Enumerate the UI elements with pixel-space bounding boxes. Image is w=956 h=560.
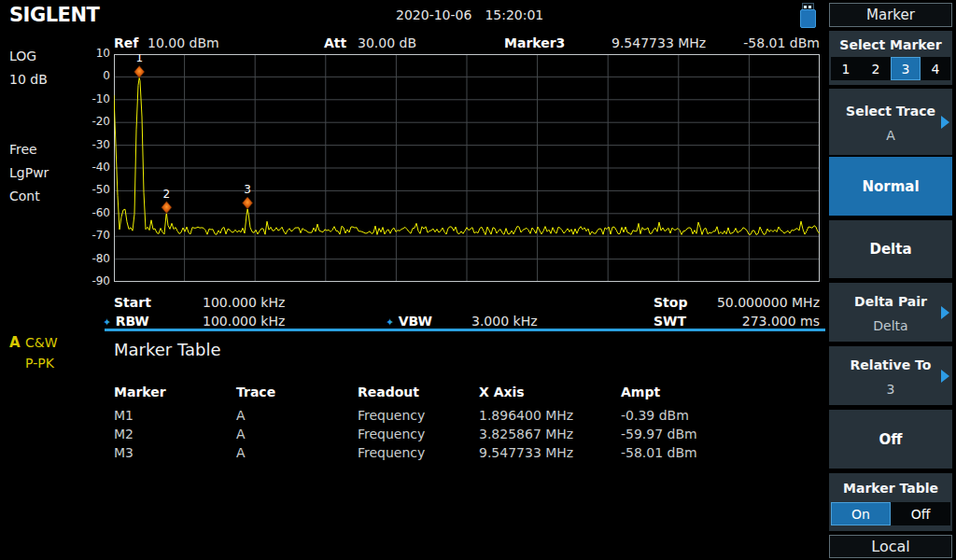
section-divider bbox=[105, 329, 825, 331]
delta-softkey[interactable]: Delta bbox=[829, 220, 952, 278]
softkey-menu: Marker Select Marker 1234 Select Trace A… bbox=[827, 0, 956, 560]
siglent-logo: SIGLENT bbox=[9, 4, 99, 26]
trace-a-label: A bbox=[9, 334, 21, 351]
submenu-arrow-icon bbox=[941, 370, 949, 383]
active-marker-amplitude: -58.01 dBm bbox=[743, 35, 820, 50]
table-cell: 3.825867 MHz bbox=[479, 427, 573, 441]
delta-pair-label: Delta Pair bbox=[829, 294, 952, 309]
column-header: Marker bbox=[114, 385, 166, 399]
submenu-arrow-icon bbox=[941, 116, 949, 129]
relative-to-label: Relative To bbox=[829, 357, 952, 372]
ref-level-label: Ref bbox=[114, 35, 138, 50]
select-trace-softkey[interactable]: Select Trace A bbox=[829, 89, 952, 155]
stop-freq-label: Stop bbox=[654, 295, 687, 310]
table-cell: A bbox=[236, 445, 246, 460]
marker-3-diamond-icon bbox=[243, 197, 253, 209]
marker-table-softkey[interactable]: Marker Table OnOff bbox=[829, 473, 952, 531]
svg-text:1: 1 bbox=[135, 54, 143, 64]
marker-table-segment-off[interactable]: Off bbox=[891, 502, 950, 525]
y-tick-label: -30 bbox=[73, 138, 110, 151]
rbw-coupled-icon: ✦ bbox=[103, 316, 111, 329]
marker-segment-2[interactable]: 2 bbox=[861, 57, 891, 80]
marker-off-softkey[interactable]: Off bbox=[829, 410, 952, 469]
table-cell: Frequency bbox=[358, 445, 425, 460]
y-tick-label: -50 bbox=[73, 183, 110, 196]
swt-label: SWT bbox=[654, 314, 686, 329]
y-tick-label: -40 bbox=[73, 161, 110, 174]
select-marker-label: Select Marker bbox=[829, 37, 952, 52]
relative-to-value: 3 bbox=[829, 382, 952, 397]
marker-table-toggle-label: Marker Table bbox=[829, 481, 952, 496]
table-cell: M1 bbox=[114, 408, 134, 423]
table-row: M1AFrequency1.896400 MHz-0.39 dBm bbox=[114, 408, 823, 427]
table-cell: Frequency bbox=[358, 427, 425, 441]
spectrum-plot: 123 bbox=[114, 54, 820, 282]
menu-title: Marker bbox=[829, 3, 952, 27]
active-marker-frequency: 9.547733 MHz bbox=[612, 35, 706, 50]
local-button[interactable]: Local bbox=[829, 535, 952, 558]
y-tick-label: -20 bbox=[73, 115, 110, 128]
y-tick-label: 10 bbox=[73, 47, 110, 60]
datetime: 2020-10-0615:20:01 bbox=[396, 7, 556, 22]
swt-value: 273.000 ms bbox=[742, 314, 820, 329]
table-cell: Frequency bbox=[358, 408, 425, 423]
marker-table-rows: M1AFrequency1.896400 MHz-0.39 dBmM2AFreq… bbox=[114, 408, 823, 464]
delta-pair-softkey[interactable]: Delta Pair Delta bbox=[829, 283, 952, 342]
y-tick-label: -90 bbox=[73, 274, 110, 287]
y-tick-label: -70 bbox=[73, 229, 110, 242]
table-cell: 1.896400 MHz bbox=[479, 408, 573, 423]
marker-segment-4[interactable]: 4 bbox=[921, 57, 950, 80]
table-cell: A bbox=[236, 427, 246, 441]
trace-a-mode: C&W bbox=[25, 335, 58, 350]
vbw-label: VBW bbox=[399, 314, 432, 329]
date-text: 2020-10-06 bbox=[396, 7, 471, 22]
y-tick-label: 0 bbox=[73, 69, 110, 82]
relative-to-softkey[interactable]: Relative To 3 bbox=[829, 346, 952, 405]
delta-label: Delta bbox=[869, 241, 911, 258]
spectrum-analyzer-screen: SIGLENT 2020-10-0615:20:01 LOG 10 dB Fre… bbox=[0, 0, 956, 560]
table-row: M3AFrequency9.547733 MHz-58.01 dBm bbox=[114, 445, 823, 464]
column-header: Trace bbox=[236, 385, 275, 399]
attenuation-label: Att bbox=[324, 35, 346, 50]
table-row: M2AFrequency3.825867 MHz-59.97 dBm bbox=[114, 427, 823, 445]
submenu-arrow-icon bbox=[941, 306, 949, 319]
y-tick-label: -80 bbox=[73, 252, 110, 265]
ref-level-value: 10.00 dBm bbox=[148, 35, 219, 50]
marker-segment-1[interactable]: 1 bbox=[831, 57, 861, 80]
marker-2-diamond-icon bbox=[162, 202, 172, 214]
normal-softkey[interactable]: Normal bbox=[829, 157, 952, 216]
select-trace-value: A bbox=[829, 128, 952, 143]
y-tick-label: -10 bbox=[73, 92, 110, 105]
table-cell: M2 bbox=[114, 427, 134, 441]
normal-label: Normal bbox=[862, 178, 919, 195]
select-trace-label: Select Trace bbox=[829, 104, 952, 119]
select-marker-softkey[interactable]: Select Marker 1234 bbox=[829, 31, 952, 85]
off-label: Off bbox=[879, 431, 903, 448]
time-text: 15:20:01 bbox=[485, 7, 543, 22]
column-header: Readout bbox=[358, 385, 419, 399]
svg-text:3: 3 bbox=[244, 183, 251, 196]
marker-table-on-off-segments: OnOff bbox=[831, 502, 950, 525]
vbw-value: 3.000 kHz bbox=[471, 314, 538, 329]
stop-freq-value: 50.000000 MHz bbox=[717, 295, 820, 310]
table-cell: A bbox=[236, 408, 246, 423]
start-freq-label: Start bbox=[114, 295, 151, 310]
marker-table-segment-on[interactable]: On bbox=[831, 502, 891, 525]
marker-1-diamond-icon bbox=[134, 65, 145, 77]
scale-per-div: 10 dB bbox=[9, 72, 48, 87]
trace-a-detector: P-PK bbox=[25, 356, 54, 371]
column-header: X Axis bbox=[479, 385, 525, 399]
preamp-state: LgPwr bbox=[9, 165, 49, 180]
table-cell: 9.547733 MHz bbox=[479, 445, 573, 460]
usb-storage-icon bbox=[798, 3, 817, 27]
column-header: Ampt bbox=[621, 385, 660, 399]
attenuation-value: 30.00 dB bbox=[358, 35, 416, 50]
trigger-mode: Free bbox=[9, 142, 37, 157]
y-tick-label: -60 bbox=[73, 206, 110, 219]
delta-pair-value: Delta bbox=[829, 318, 952, 333]
marker-segment-3[interactable]: 3 bbox=[891, 57, 921, 80]
active-marker-label: Marker3 bbox=[504, 35, 565, 50]
marker-table-title: Marker Table bbox=[114, 340, 221, 359]
rbw-value: 100.000 kHz bbox=[203, 314, 285, 329]
svg-text:2: 2 bbox=[163, 188, 171, 201]
